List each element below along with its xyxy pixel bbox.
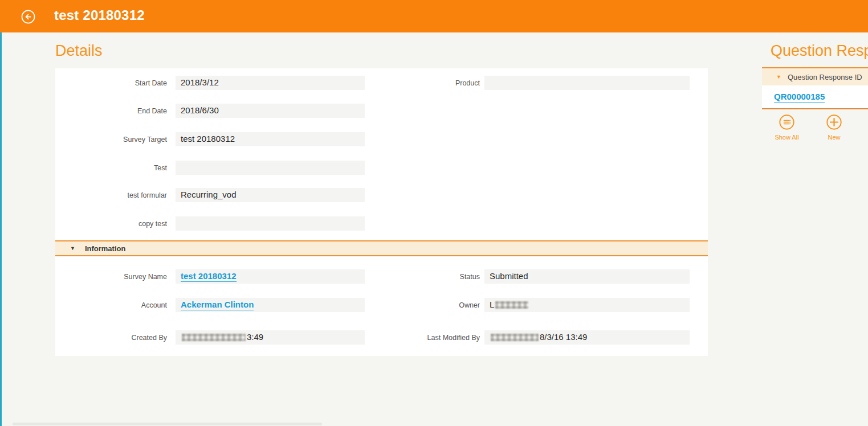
account-link[interactable]: Ackerman Clinton: [181, 300, 254, 310]
question-responses-rows: QR00000185: [762, 85, 868, 108]
question-response-id-link[interactable]: QR00000185: [774, 92, 825, 103]
product-field[interactable]: [484, 76, 690, 90]
show-all-button[interactable]: Show All: [769, 114, 805, 141]
form-row-product: Product: [374, 76, 708, 90]
test-field[interactable]: [176, 161, 365, 175]
form-row-start-date: Start Date 2018/3/12: [55, 76, 365, 90]
test-formular-field[interactable]: Recurring_vod: [176, 188, 365, 202]
end-date-label: End Date: [55, 104, 167, 115]
form-row-owner: Owner L: [374, 298, 708, 312]
survey-name-label: Survey Name: [55, 269, 167, 281]
survey-name-link[interactable]: test 20180312: [181, 271, 237, 282]
form-row-end-date: End Date 2018/6/30: [55, 104, 365, 118]
form-row-survey-name: Survey Name test 20180312: [55, 269, 365, 284]
owner-redacted: [495, 301, 528, 309]
account-field: Ackerman Clinton: [176, 298, 365, 312]
form-row-copy-test: copy test: [55, 216, 365, 231]
left-edge-accent: [0, 32, 2, 426]
new-label: New: [816, 134, 852, 141]
show-all-label: Show All: [769, 134, 805, 141]
status-field[interactable]: Submitted: [484, 269, 690, 284]
form-row-last-modified-by: Last Modified By 8/3/16 13:49: [374, 330, 708, 345]
status-label: Status: [374, 269, 480, 281]
start-date-label: Start Date: [55, 76, 167, 87]
app-bar: test 20180312: [0, 0, 868, 32]
information-section-header[interactable]: ▼ Information: [55, 240, 708, 256]
test-label: Test: [55, 161, 167, 172]
column-header-label: Question Response ID: [788, 73, 862, 81]
created-by-field: 3:49: [176, 330, 365, 345]
created-by-redacted: [182, 334, 246, 341]
question-response-id-column-header[interactable]: ▼ Question Response ID: [762, 68, 868, 85]
created-by-label: Created By: [55, 330, 167, 342]
form-row-created-by: Created By 3:49: [55, 330, 365, 345]
start-date-field[interactable]: 2018/3/12: [176, 76, 365, 90]
collapse-triangle-icon: ▼: [70, 245, 75, 251]
last-modified-by-field: 8/3/16 13:49: [484, 330, 690, 345]
horizontal-scrollbar[interactable]: [13, 423, 322, 425]
question-response-row: QR00000185: [762, 85, 868, 108]
last-modified-by-label: Last Modified By: [374, 330, 480, 342]
details-section-heading: Details: [55, 42, 103, 60]
form-row-account: Account Ackerman Clinton: [55, 298, 365, 312]
created-by-visible-text: 3:49: [247, 332, 263, 342]
product-label: Product: [374, 76, 480, 87]
last-modified-by-visible-text: 8/3/16 13:49: [540, 332, 587, 342]
information-section-label: Information: [85, 244, 126, 253]
question-responses-grid: ▼ Question Response ID QR00000185: [762, 67, 868, 109]
form-row-survey-target: Survey Target test 20180312: [55, 132, 365, 146]
survey-name-field: test 20180312: [176, 269, 365, 284]
last-modified-by-redacted: [491, 334, 539, 341]
back-button[interactable]: [21, 10, 35, 24]
test-formular-label: test formular: [55, 188, 167, 199]
form-row-test-formular: test formular Recurring_vod: [55, 188, 365, 202]
question-responses-section-heading: Question Responses: [771, 42, 868, 60]
new-button[interactable]: New: [816, 114, 852, 141]
show-all-list-icon: [779, 114, 794, 130]
account-label: Account: [55, 298, 167, 309]
details-card: Start Date 2018/3/12 End Date 2018/6/30 …: [55, 68, 708, 356]
app-screen: test 20180312 Details Start Date 2018/3/…: [0, 0, 868, 426]
owner-label: Owner: [374, 298, 480, 309]
survey-target-label: Survey Target: [55, 132, 167, 144]
new-plus-icon: [826, 114, 842, 130]
back-arrow-icon: [21, 10, 35, 24]
owner-visible-text: L: [490, 300, 494, 309]
copy-test-label: copy test: [55, 216, 167, 228]
sort-triangle-icon: ▼: [776, 74, 781, 80]
survey-target-field[interactable]: test 20180312: [176, 132, 365, 146]
page-title: test 20180312: [54, 7, 145, 23]
copy-test-field[interactable]: [176, 216, 365, 231]
end-date-field[interactable]: 2018/6/30: [176, 104, 365, 118]
form-row-status: Status Submitted: [374, 269, 708, 284]
owner-field: L: [484, 298, 690, 312]
form-row-test: Test: [55, 161, 365, 175]
